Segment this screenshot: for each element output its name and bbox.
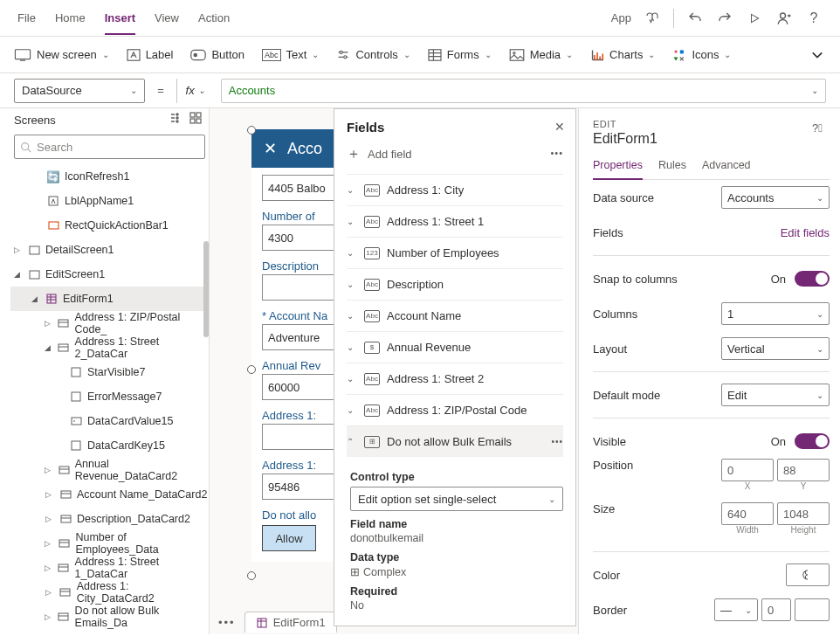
border-color-picker[interactable] <box>795 598 830 621</box>
play-icon[interactable] <box>746 10 763 27</box>
prop-title: EditForm1 <box>593 131 830 147</box>
menu-view[interactable]: View <box>155 11 179 24</box>
columns-select[interactable]: 1⌄ <box>721 302 830 325</box>
tab-rules[interactable]: Rules <box>658 159 686 179</box>
tool-button-label: Button <box>211 48 244 61</box>
edit-fields-link[interactable]: Edit fields <box>781 226 830 239</box>
tree-card[interactable]: ▷Annual Revenue_DataCard2 <box>10 458 209 482</box>
datatype-label: Data type <box>350 551 563 563</box>
border-style-select[interactable]: —⌄ <box>714 598 758 621</box>
property-selector[interactable]: DataSource ⌄ <box>14 79 145 103</box>
tree-item[interactable]: DataCardKey15 <box>10 433 209 458</box>
tree-screen-detail[interactable]: ▷DetailScreen1 <box>10 238 209 262</box>
share-icon[interactable] <box>775 10 793 27</box>
field-row[interactable]: ⌄AbcAddress 1: Street 2 <box>347 363 563 394</box>
treeview-icon[interactable] <box>170 112 186 128</box>
redo-icon[interactable] <box>716 10 733 27</box>
tool-label[interactable]: Label <box>127 48 174 61</box>
menu-app[interactable]: App <box>611 11 631 24</box>
health-icon[interactable] <box>644 10 661 27</box>
position-x-input[interactable]: 0 <box>721 459 774 481</box>
field-row[interactable]: ⌄$Annual Revenue <box>347 331 563 363</box>
border-width-input[interactable]: 0 <box>761 598 791 621</box>
chevron-down-icon: ⌄ <box>566 50 573 59</box>
layout-select[interactable]: Vertical⌄ <box>721 337 830 360</box>
svg-point-4 <box>195 53 197 56</box>
menu-file[interactable]: File <box>17 11 36 24</box>
tree-item[interactable]: 🔄IconRefresh1 <box>10 164 209 189</box>
tree-item[interactable]: DataCardValue15 <box>10 409 209 433</box>
tree-card[interactable]: ▷Number of Employees_Data <box>10 531 209 556</box>
menu-home[interactable]: Home <box>55 11 86 24</box>
selection-handle[interactable] <box>247 571 256 580</box>
undo-icon[interactable] <box>686 10 704 27</box>
tree-item[interactable]: LblAppName1 <box>10 189 209 213</box>
tree-card[interactable]: ▷Description_DataCard2 <box>10 507 209 531</box>
tree-editform[interactable]: ◢EditForm1 <box>10 287 209 311</box>
help-icon[interactable]: ?⃝ <box>809 119 826 136</box>
add-field-button[interactable]: ＋ Add field <box>347 145 563 163</box>
field-row[interactable]: ⌄123Number of Employees <box>347 237 563 268</box>
control-type-select[interactable]: Edit option set single-select⌄ <box>350 487 563 511</box>
field-row[interactable]: ⌄AbcAddress 1: ZIP/Postal Code <box>347 394 563 425</box>
more-icon[interactable]: ••• <box>551 437 563 446</box>
help-icon[interactable]: ? <box>805 10 823 27</box>
menu-insert[interactable]: Insert <box>105 11 135 35</box>
form-input[interactable]: 4405 Balbo <box>262 175 336 201</box>
mode-select[interactable]: Edit⌄ <box>721 384 830 406</box>
selection-handle[interactable] <box>247 126 256 135</box>
screens-search[interactable]: Search <box>14 135 205 159</box>
form-input[interactable]: 4300 <box>262 225 336 251</box>
tool-charts[interactable]: Charts⌄ <box>590 48 655 61</box>
tool-forms[interactable]: Forms⌄ <box>428 48 492 61</box>
screen-icon <box>28 268 40 280</box>
tree-card[interactable]: ▷Do not allow Bulk Emails_Da <box>10 605 209 629</box>
field-row[interactable]: ⌄AbcDescription <box>347 268 563 300</box>
selection-handle[interactable] <box>247 365 256 374</box>
field-row-expanded[interactable]: ⌃⊞Do not allow Bulk Emails••• <box>347 425 563 457</box>
form-input[interactable] <box>262 274 336 301</box>
tree-card[interactable]: ▷Address 1: Street 1_DataCar <box>10 556 209 580</box>
tab-advanced[interactable]: Advanced <box>702 159 751 179</box>
tool-text[interactable]: Abc Text⌄ <box>262 48 319 61</box>
close-icon[interactable]: ✕ <box>264 139 277 158</box>
tree-card[interactable]: ▷Address 1: ZIP/Postal Code_ <box>10 311 209 335</box>
position-y-input[interactable]: 88 <box>777 459 830 481</box>
tree-card[interactable]: ▷Account Name_DataCard2 <box>10 482 209 507</box>
field-row[interactable]: ⌄AbcAddress 1: Street 1 <box>347 205 563 237</box>
field-row[interactable]: ⌄AbcAddress 1: City <box>347 174 563 205</box>
color-picker[interactable] <box>786 563 830 586</box>
tree-item[interactable]: StarVisible7 <box>10 360 209 384</box>
tool-button[interactable]: Button <box>190 48 244 61</box>
form-optionset[interactable]: Allow <box>262 525 316 551</box>
form-input[interactable]: 95486 <box>262 474 336 500</box>
scrollbar-thumb[interactable] <box>203 241 209 337</box>
tree-item[interactable]: RectQuickActionBar1 <box>10 213 209 238</box>
size-h-input[interactable]: 1048 <box>777 502 830 525</box>
form-input[interactable]: 60000 <box>262 374 336 400</box>
tool-newscreen[interactable]: New screen⌄ <box>14 48 109 61</box>
menu-action[interactable]: Action <box>198 11 230 24</box>
form-input[interactable]: Adventure <box>262 324 336 350</box>
field-row[interactable]: ⌄AbcAccount Name <box>347 300 563 331</box>
visible-toggle[interactable] <box>795 433 830 449</box>
close-icon[interactable]: ✕ <box>554 120 565 134</box>
datasource-select[interactable]: Accounts⌄ <box>721 186 830 209</box>
form-input[interactable] <box>262 424 336 450</box>
size-w-input[interactable]: 640 <box>721 502 774 525</box>
tree-item[interactable]: ErrorMessage7 <box>10 384 209 409</box>
tool-icons[interactable]: Icons⌄ <box>672 48 731 62</box>
tabs-more-icon[interactable]: ••• <box>218 616 236 629</box>
tool-controls[interactable]: Controls⌄ <box>336 48 410 61</box>
tool-media[interactable]: Media⌄ <box>509 48 573 61</box>
snap-toggle[interactable] <box>795 271 830 287</box>
thumbview-icon[interactable] <box>189 112 205 128</box>
tree-screen-edit[interactable]: ◢EditScreen1 <box>10 262 209 287</box>
tab-editform[interactable]: EditForm1 <box>244 612 337 633</box>
tab-properties[interactable]: Properties <box>593 159 643 180</box>
more-icon[interactable]: ••• <box>550 148 563 158</box>
toolbar-overflow[interactable] <box>809 46 826 64</box>
tree-card-expanded[interactable]: ◢Address 1: Street 2_DataCar <box>10 335 209 360</box>
formula-input[interactable]: Accounts ⌄ <box>221 79 826 103</box>
tree-card[interactable]: ▷Address 1: City_DataCard2 <box>10 580 209 605</box>
